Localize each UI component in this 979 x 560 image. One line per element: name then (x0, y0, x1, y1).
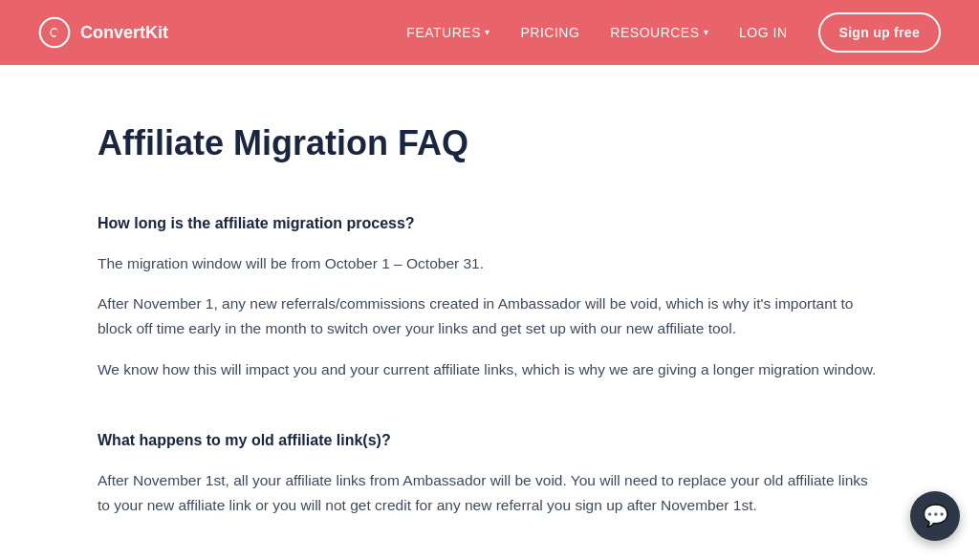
nav-login[interactable]: LOG IN (739, 22, 787, 43)
navbar: ConvertKit FEATURES ▾ PRICING RESOURCES … (0, 0, 979, 65)
features-chevron-icon: ▾ (485, 25, 490, 40)
logo-link[interactable]: ConvertKit (38, 16, 168, 49)
navbar-links: FEATURES ▾ PRICING RESOURCES ▾ LOG IN Si… (406, 12, 941, 53)
faq-section-2: What happens to my old affiliate link(s)… (98, 428, 881, 518)
faq-answer-1-2: After November 1, any new referrals/comm… (98, 291, 881, 342)
resources-chevron-icon: ▾ (704, 25, 709, 40)
main-content: Affiliate Migration FAQ How long is the … (59, 65, 920, 560)
nav-features[interactable]: FEATURES ▾ (406, 22, 490, 43)
logo-text: ConvertKit (80, 19, 168, 47)
chat-widget[interactable]: 💬 (910, 491, 960, 541)
faq-question-1: How long is the affiliate migration proc… (98, 211, 881, 236)
nav-pricing[interactable]: PRICING (521, 22, 580, 43)
faq-section-1: How long is the affiliate migration proc… (98, 211, 881, 382)
faq-question-2: What happens to my old affiliate link(s)… (98, 428, 881, 453)
convertkit-logo-icon (38, 16, 71, 49)
nav-resources[interactable]: RESOURCES ▾ (610, 22, 708, 43)
signup-button[interactable]: Sign up free (818, 12, 942, 53)
svg-point-1 (52, 30, 58, 36)
faq-answer-1-1: The migration window will be from Octobe… (98, 251, 881, 276)
page-title: Affiliate Migration FAQ (98, 122, 881, 163)
faq-answer-2-1: After November 1st, all your affiliate l… (98, 468, 881, 519)
faq-answer-1-3: We know how this will impact you and you… (98, 357, 881, 382)
chat-icon: 💬 (923, 499, 948, 532)
